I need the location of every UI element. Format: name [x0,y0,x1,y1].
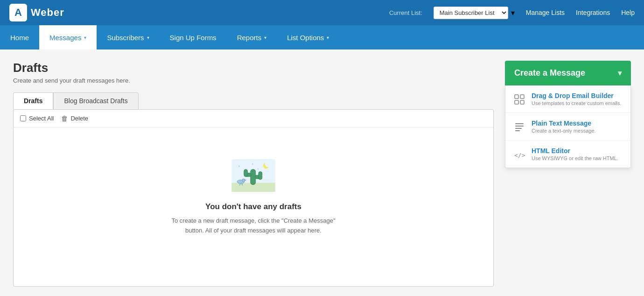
svg-rect-23 [515,123,524,124]
empty-state: ★ ★ ★ [14,127,493,268]
tab-drafts[interactable]: Drafts [13,92,53,109]
delete-label: Delete [70,115,88,122]
svg-rect-25 [515,128,522,129]
svg-text:★: ★ [238,164,240,168]
drag-drop-desc: Use templates to create custom emails. [532,100,622,106]
create-message-dropdown: Drag & Drop Email Builder Use templates … [505,85,631,168]
current-list-label: Current List: [389,9,422,16]
plain-text-icon [513,120,526,134]
html-editor-icon: </> [513,148,526,161]
trash-icon: 🗑 [61,114,68,122]
html-editor-text: HTML Editor Use WYSIWYG or edit the raw … [532,147,618,161]
svg-point-15 [242,179,245,182]
integrations-link[interactable]: Integrations [576,9,610,16]
svg-line-16 [245,180,246,181]
nav-signup-label: Sign Up Forms [170,34,217,42]
plain-text-option[interactable]: Plain Text Message Create a text-only me… [505,113,630,141]
nav-home-label: Home [10,34,29,42]
reports-chevron-icon: ▾ [264,35,266,40]
nav-reports-label: Reports [237,34,262,42]
svg-rect-24 [515,126,524,127]
nav-item-messages[interactable]: Messages ▾ [39,25,97,49]
list-select[interactable]: Main Subscriber List [434,7,508,19]
delete-button[interactable]: 🗑 Delete [61,114,88,122]
list-options-chevron-icon: ▾ [327,35,329,40]
topbar: A Weber Current List: Main Subscriber Li… [0,0,644,25]
logo-letter: A [14,7,22,19]
select-all-label[interactable]: Select All [20,115,54,122]
list-select-container: Main Subscriber List ▾ [434,7,515,19]
messages-chevron-icon: ▾ [84,35,86,40]
svg-rect-11 [259,172,262,180]
plain-text-text: Plain Text Message Create a text-only me… [532,120,596,134]
drag-drop-icon [513,93,526,106]
create-message-chevron-icon: ▾ [618,69,622,78]
drag-drop-title: Drag & Drop Email Builder [532,92,622,99]
html-editor-desc: Use WYSIWYG or edit the raw HTML. [532,155,618,161]
logo-text: Weber [31,7,64,19]
help-link[interactable]: Help [621,9,635,16]
left-section: Drafts Create and send your draft messag… [13,61,494,287]
svg-rect-22 [520,100,524,104]
plain-text-desc: Create a text-only message. [532,128,596,134]
svg-text:</>: </> [514,152,525,159]
select-all-checkbox[interactable] [20,115,26,121]
nav-item-home[interactable]: Home [0,25,39,49]
svg-rect-20 [520,95,524,99]
plain-text-title: Plain Text Message [532,120,596,127]
nav-subscribers-label: Subscribers [107,34,144,42]
nav-list-options-label: List Options [287,34,324,42]
nav-item-signup-forms[interactable]: Sign Up Forms [160,25,227,49]
page-subtitle: Create and send your draft messages here… [13,77,494,84]
table-area: Select All 🗑 Delete ★ ★ [13,109,494,287]
svg-rect-21 [515,100,518,104]
svg-rect-9 [244,169,248,177]
drag-drop-option[interactable]: Drag & Drop Email Builder Use templates … [505,85,630,113]
drag-drop-text: Drag & Drop Email Builder Use templates … [532,92,622,106]
logo: A Weber [9,4,64,21]
topbar-right: Current List: Main Subscriber List ▾ Man… [389,7,635,19]
tabs: Drafts Blog Broadcast Drafts [13,92,494,109]
create-message-button[interactable]: Create a Message ▾ [505,61,631,85]
html-editor-option[interactable]: </> HTML Editor Use WYSIWYG or edit the … [505,141,630,168]
empty-title: You don't have any drafts [205,202,301,211]
svg-text:★: ★ [257,168,259,170]
svg-point-2 [265,162,271,167]
navbar: Home Messages ▾ Subscribers ▾ Sign Up Fo… [0,25,644,49]
select-all-text: Select All [29,115,54,122]
subscribers-chevron-icon: ▾ [147,35,149,40]
svg-rect-19 [515,95,518,99]
list-select-arrow: ▾ [511,8,515,17]
empty-description: To create a new draft message, click the… [165,216,342,236]
page-title: Drafts [13,61,494,75]
svg-rect-26 [515,130,520,131]
nav-item-subscribers[interactable]: Subscribers ▾ [97,25,159,49]
manage-lists-link[interactable]: Manage Lists [526,9,565,16]
nav-item-list-options[interactable]: List Options ▾ [277,25,339,49]
empty-illustration: ★ ★ ★ [230,159,277,192]
tab-blog-broadcast-drafts[interactable]: Blog Broadcast Drafts [53,92,138,109]
nav-item-reports[interactable]: Reports ▾ [227,25,277,49]
table-toolbar: Select All 🗑 Delete [14,110,493,127]
nav-messages-label: Messages [49,34,81,42]
page-content: Drafts Create and send your draft messag… [0,49,644,296]
html-editor-title: HTML Editor [532,147,618,155]
right-section: Create a Message ▾ Drag & Drop Email Bui… [505,61,631,168]
logo-icon: A [9,4,27,21]
create-message-label: Create a Message [514,68,585,78]
